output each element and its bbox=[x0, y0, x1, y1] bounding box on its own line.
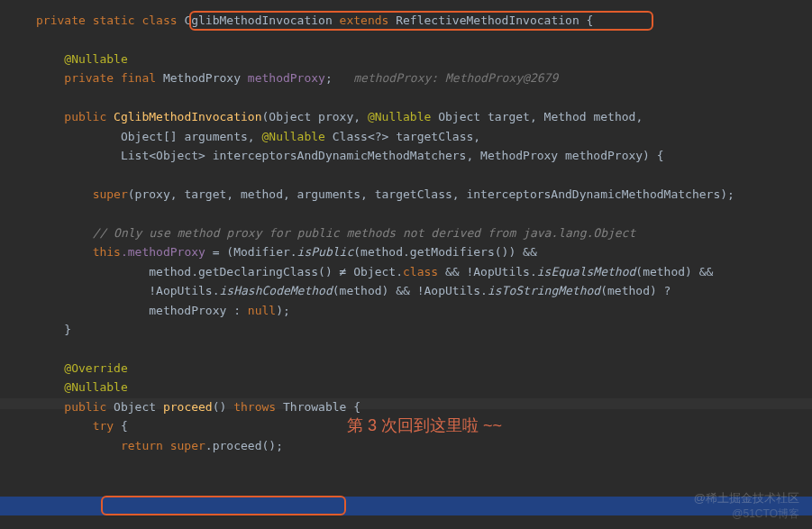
watermark: @51CTO博客 bbox=[732, 506, 799, 524]
code-line: method.getDeclaringClass() ≠ Object.clas… bbox=[36, 262, 812, 281]
code-line: } bbox=[36, 320, 812, 339]
code-line: this.methodProxy = (Modifier.isPublic(me… bbox=[36, 242, 812, 261]
code-line: Object[] arguments, @Nullable Class<?> t… bbox=[36, 127, 812, 146]
code-line: @Override bbox=[36, 359, 812, 378]
code-line: @Nullable bbox=[36, 378, 812, 397]
code-line: private static class CglibMethodInvocati… bbox=[36, 11, 812, 30]
code-line: !AopUtils.isHashCodeMethod(method) && !A… bbox=[36, 281, 812, 300]
watermark: @稀土掘金技术社区 bbox=[694, 488, 799, 507]
code-line: public CglibMethodInvocation(Object prox… bbox=[36, 107, 812, 126]
code-line: super(proxy, target, method, arguments, … bbox=[36, 185, 812, 204]
code-line: private final MethodProxy methodProxy; m… bbox=[36, 68, 812, 87]
code-line: @Nullable bbox=[36, 50, 812, 68]
annotation-label: 第 3 次回到这里啦 ~~ bbox=[347, 413, 502, 440]
code-line: List<Object> interceptorsAndDynamicMetho… bbox=[36, 146, 812, 165]
code-editor[interactable]: private static class CglibMethodInvocati… bbox=[0, 0, 812, 455]
highlight-box-return bbox=[101, 496, 346, 515]
code-line: methodProxy : null); bbox=[36, 301, 812, 320]
code-line: // Only use method proxy for public meth… bbox=[36, 223, 812, 242]
